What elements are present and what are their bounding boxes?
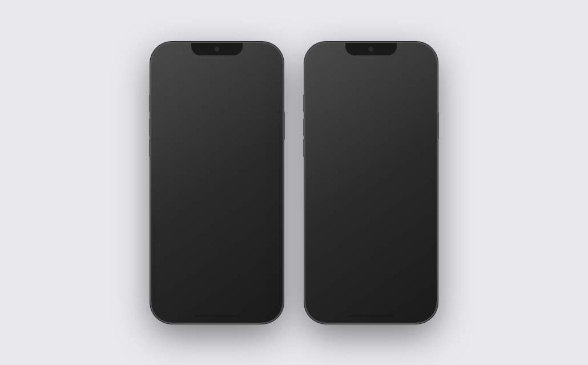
signal-bar-4 xyxy=(248,55,249,60)
svg-rect-9 xyxy=(320,304,323,306)
svg-point-1 xyxy=(166,307,169,310)
nav-bar-jane: ‹ 👩 Jane > xyxy=(156,65,278,99)
battery-fill xyxy=(260,55,267,58)
wifi-icon-lauren: ▲ xyxy=(405,54,410,60)
contact-info-jane[interactable]: 👩 Jane > xyxy=(207,67,227,94)
signal-bars-jane xyxy=(243,54,249,60)
camera-icon-lauren[interactable] xyxy=(315,301,328,315)
battery-fill-lauren xyxy=(414,55,421,58)
appstore-icon-jane[interactable] xyxy=(178,301,191,315)
contact-info-lauren[interactable]: 👩 Lauren > xyxy=(359,67,384,94)
svg-rect-2 xyxy=(166,304,169,306)
svg-rect-12 xyxy=(334,308,338,312)
contact-chevron-lauren: > xyxy=(380,87,383,94)
contact-chevron-jane: > xyxy=(223,87,226,94)
status-time-jane: 9:41 xyxy=(165,54,177,61)
messages-area-jane: iMessage Today 9:38 AM Can I call you ba… xyxy=(156,99,278,297)
avatar-jane: 👩 xyxy=(207,67,227,86)
msg-time-lauren: Today 9:38 AM xyxy=(316,110,426,115)
svg-rect-5 xyxy=(180,308,184,312)
input-bar-lauren: Text Message xyxy=(310,297,432,318)
appstore-icon-lauren[interactable] xyxy=(332,301,345,315)
input-placeholder-jane: iMessage xyxy=(200,304,259,311)
notch-jane xyxy=(191,43,243,55)
wifi-icon-jane: ▲ xyxy=(251,54,256,60)
signal-bar-l3 xyxy=(400,56,401,60)
msg-type-jane: iMessage xyxy=(162,104,272,110)
svg-rect-7 xyxy=(317,306,326,312)
signal-bar-1 xyxy=(243,58,244,60)
svg-point-8 xyxy=(320,307,323,310)
screen-lauren: 9:41 ▲ ‹ xyxy=(310,47,432,318)
status-time-lauren: 9:41 xyxy=(319,54,331,61)
message-bubble-jane: Can I call you back later? I'm at an app… xyxy=(190,120,273,158)
waveform-icon xyxy=(259,305,268,310)
message-row-lauren: Frank is in town and free for dinner ton… xyxy=(316,120,426,167)
message-bubble-lauren: Frank is in town and free for dinner ton… xyxy=(344,120,427,167)
input-placeholder-lauren: Text Message xyxy=(354,304,405,311)
messages-area-lauren: Text Message Today 9:38 AM Frank is in t… xyxy=(310,99,432,297)
back-button-lauren[interactable]: ‹ xyxy=(317,75,321,86)
message-row-jane: Can I call you back later? I'm at an app… xyxy=(162,120,272,158)
nav-bar-lauren: ‹ 👩 Lauren > xyxy=(310,65,432,99)
notch-dot-lauren xyxy=(369,47,373,51)
notch-lauren xyxy=(345,43,397,55)
battery-icon-lauren xyxy=(413,54,423,59)
avatar-lauren: 👩 xyxy=(361,67,381,86)
msg-type-lauren: Text Message xyxy=(316,104,426,110)
message-input-jane[interactable]: iMessage xyxy=(195,301,273,315)
signal-bar-3 xyxy=(246,56,247,60)
svg-rect-3 xyxy=(180,303,184,307)
status-icons-lauren: ▲ xyxy=(397,54,423,60)
svg-rect-10 xyxy=(334,303,338,307)
back-button-jane[interactable]: ‹ xyxy=(163,75,167,86)
contact-name-jane: Jane xyxy=(208,87,221,94)
send-button-lauren[interactable] xyxy=(414,301,428,315)
status-icons-jane: ▲ xyxy=(243,54,269,60)
camera-icon-jane[interactable] xyxy=(160,301,174,315)
signal-bars-lauren xyxy=(397,54,403,60)
svg-rect-4 xyxy=(185,303,189,307)
svg-rect-11 xyxy=(339,303,343,307)
message-timestamp-lauren: Text Message Today 9:38 AM xyxy=(316,104,426,115)
notch-dot xyxy=(215,47,219,51)
signal-bar-l2 xyxy=(398,57,400,60)
signal-bar-2 xyxy=(244,57,245,60)
avatar-face-jane: 👩 xyxy=(210,69,225,84)
message-input-lauren[interactable]: Text Message xyxy=(349,301,410,315)
input-bar-jane: iMessage xyxy=(156,297,278,318)
message-timestamp-jane: iMessage Today 9:38 AM xyxy=(162,104,272,115)
svg-rect-0 xyxy=(163,306,172,312)
svg-rect-6 xyxy=(185,308,189,312)
signal-bar-l1 xyxy=(397,58,398,60)
contact-name-lauren: Lauren xyxy=(359,87,378,94)
phone-jane: 9:41 ▲ ‹ xyxy=(151,43,283,323)
battery-icon-jane xyxy=(259,54,269,59)
screen-jane: 9:41 ▲ ‹ xyxy=(156,47,278,318)
avatar-face-lauren: 👩 xyxy=(363,69,378,84)
signal-bar-l4 xyxy=(402,55,403,60)
phone-lauren: 9:41 ▲ ‹ xyxy=(305,43,437,323)
msg-time-jane: Today 9:38 AM xyxy=(162,110,272,115)
svg-rect-13 xyxy=(339,308,343,312)
